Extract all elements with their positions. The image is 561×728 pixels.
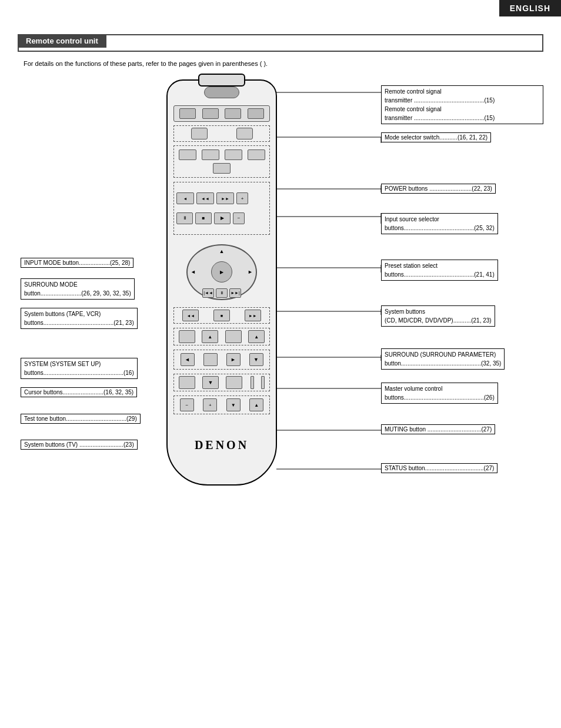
label-surround-param: SURROUND (SURROUND PARAMETER)button.....…	[381, 348, 505, 370]
label-system-tv: System buttons (TV) ....................…	[21, 440, 138, 450]
tv-plus[interactable]: +	[203, 398, 217, 411]
play-btn[interactable]: ▶	[214, 212, 231, 224]
sys-btn-2[interactable]	[225, 330, 242, 343]
cursor-left[interactable]: ◄	[181, 353, 195, 366]
transport-row-1: ◄ ◄◄ ►► +	[176, 192, 267, 204]
next-btn[interactable]: ►►|	[229, 288, 241, 298]
tv-minus[interactable]: −	[180, 398, 194, 411]
nav-center[interactable]: ▶	[211, 261, 232, 282]
nav-area: ▲ ◄ ▶ ► |◄◄ ⏸ ►►|	[176, 240, 267, 304]
label-input-source: Input source selectorbuttons............…	[381, 213, 498, 234]
battery-1	[251, 376, 254, 389]
diagram-area: ◄ ◄◄ ►► + ⏸ ■ ▶ − ▲ ◄ ▶	[18, 74, 543, 509]
test-tone-btn[interactable]	[179, 376, 195, 389]
nav-circle: ▲ ◄ ▶ ► |◄◄ ⏸ ►►|	[186, 244, 257, 300]
seek-back[interactable]: ◄◄	[182, 310, 199, 321]
label-test-tone: Test tone button........................…	[21, 414, 141, 424]
mode-btn-2[interactable]	[202, 108, 219, 119]
remote-body: ◄ ◄◄ ►► + ⏸ ■ ▶ − ▲ ◄ ▶	[166, 79, 277, 486]
transmitter-window	[204, 87, 239, 98]
cursor-down[interactable]: ▼	[249, 353, 263, 366]
tv-down[interactable]: ▼	[226, 398, 241, 411]
mode-btn-3[interactable]	[225, 108, 241, 119]
label-muting: MUTING button ..........................…	[381, 424, 495, 434]
power-buttons-row	[173, 125, 270, 142]
tv-buttons-row: − + ▼ ▲	[173, 395, 270, 414]
nav-bottom-row: |◄◄ ⏸ ►►|	[202, 288, 241, 298]
signal-transmitter	[198, 74, 245, 87]
seek-fwd[interactable]: ►►	[245, 310, 261, 321]
input-source-row	[173, 145, 270, 178]
label-power-buttons: POWER buttons ..........................…	[381, 184, 496, 194]
mode-selector-row	[173, 105, 270, 122]
transport-area: ◄ ◄◄ ►► + ⏸ ■ ▶ −	[173, 182, 270, 235]
intro-text: For details on the functions of these pa…	[24, 60, 268, 67]
system-setup-row: ▲ ▲	[173, 328, 270, 345]
label-remote-signal: Remote control signal transmitter ......…	[381, 85, 543, 124]
brand-logo: DENON	[168, 438, 276, 452]
label-status: STATUS button...........................…	[381, 463, 497, 473]
label-surround-mode: SURROUND MODEbutton.....................…	[21, 278, 135, 300]
label-cursor: Cursor buttons.........................(…	[21, 387, 137, 397]
battery-2	[261, 376, 265, 389]
input-btn-2[interactable]	[202, 149, 219, 160]
language-header: ENGLISH	[499, 0, 561, 16]
sys-btn-up[interactable]: ▲	[202, 330, 218, 343]
prev-btn[interactable]: |◄◄	[202, 288, 214, 298]
preset-plus-btn[interactable]: +	[236, 192, 248, 204]
label-system-tape: System buttons (TAPE, VCR)buttons.......…	[21, 308, 138, 329]
label-mode-selector: Mode selector switch...........(16, 21, …	[381, 132, 491, 142]
cursor-right[interactable]: ►	[226, 353, 241, 366]
mode-input-btn[interactable]: ◄	[176, 192, 194, 204]
sys-btn-up2[interactable]: ▲	[248, 330, 265, 343]
mode-btn-1[interactable]	[179, 108, 196, 119]
input-btn-4[interactable]	[248, 149, 265, 160]
nav-right[interactable]: ►	[248, 269, 253, 275]
tv-up[interactable]: ▲	[249, 398, 263, 411]
tone-down[interactable]: ▼	[202, 376, 219, 389]
minus-btn[interactable]: −	[233, 212, 245, 224]
label-preset-station: Preset station selectbuttons............…	[381, 260, 498, 281]
input-btn-3[interactable]	[225, 149, 242, 160]
cursor-center2[interactable]	[203, 353, 218, 366]
label-system-cd: System buttons(CD, MD/CDR, DVD/VDP).....…	[381, 305, 495, 327]
input-btn-1[interactable]	[179, 149, 196, 160]
nav-left[interactable]: ◄	[191, 269, 196, 275]
power-btn-2[interactable]	[236, 128, 253, 139]
nav-up[interactable]: ▲	[219, 248, 225, 254]
seek-stop[interactable]: ■	[213, 310, 230, 321]
power-btn-1[interactable]	[191, 128, 208, 139]
label-system-setup: SYSTEM (SYSTEM SET UP)buttons...........…	[21, 358, 138, 379]
tone-muting-row: ▼	[173, 374, 270, 391]
label-master-volume: Master volume controlbuttons............…	[381, 383, 498, 404]
muting-btn[interactable]	[226, 376, 242, 389]
label-input-mode: INPUT MODE button...................(25,…	[21, 258, 133, 268]
preset-fwd-btn[interactable]: ►►	[216, 192, 234, 204]
section-title-border	[18, 34, 543, 52]
pause2-btn[interactable]: ⏸	[216, 288, 228, 298]
seek-row: ◄◄ ■ ►►	[173, 307, 270, 324]
sys-btn-1[interactable]	[179, 330, 195, 343]
stop-btn[interactable]: ■	[195, 212, 212, 224]
input-btn-5[interactable]	[213, 163, 231, 174]
transport-row-2: ⏸ ■ ▶ −	[176, 212, 267, 224]
pause-btn[interactable]: ⏸	[176, 212, 193, 224]
surround-mode-btn[interactable]: ◄◄	[196, 192, 214, 204]
mode-btn-4[interactable]	[248, 108, 264, 119]
cursor-row: ◄ ► ▼	[173, 350, 270, 370]
